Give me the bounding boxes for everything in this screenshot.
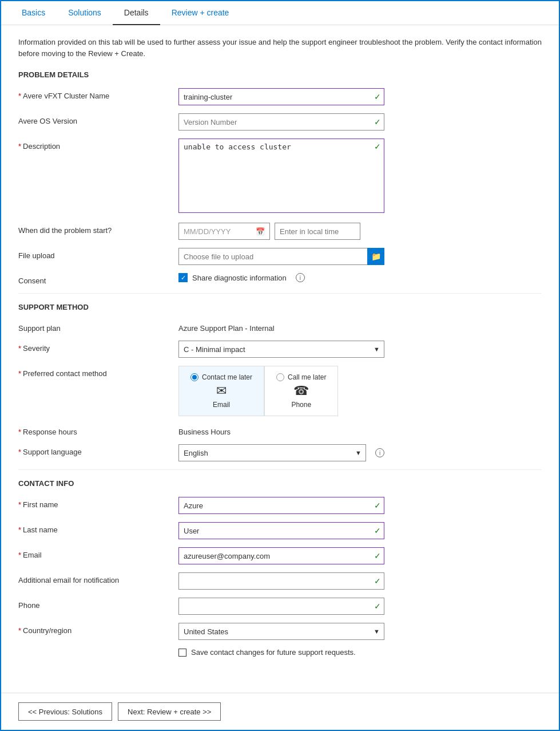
problem-start-label: When did the problem start? — [18, 223, 178, 235]
phone-control: ✓ — [178, 598, 384, 615]
description-label: *Description — [18, 139, 178, 151]
severity-row: *Severity C - Minimal impact B - Moderat… — [18, 341, 542, 358]
first-name-input-wrap: ✓ — [178, 497, 384, 514]
country-label: *Country/region — [18, 623, 178, 635]
email-input[interactable] — [178, 547, 384, 564]
email-radio-filled — [192, 375, 197, 380]
phone-row: Phone ✓ — [18, 598, 542, 615]
os-version-input-wrap: ✓ — [178, 113, 384, 131]
description-row: *Description unable to access cluster ✓ — [18, 139, 542, 215]
consent-text: Share diagnostic information — [192, 274, 287, 282]
phone-contact-label: Call me later — [288, 373, 326, 381]
consent-wrap: ✓ Share diagnostic information i — [178, 273, 384, 282]
lang-select-wrap: English French German Spanish Japanese ▼ — [178, 444, 366, 461]
save-contact-text: Save contact changes for future support … — [191, 648, 356, 657]
cluster-name-input[interactable] — [178, 88, 384, 105]
footer-buttons: << Previous: Solutions Next: Review + cr… — [1, 693, 559, 730]
contact-method-options: Contact me later ✉ Email Call me later ☎ — [178, 366, 384, 416]
os-version-input[interactable] — [178, 113, 384, 131]
calendar-icon: 📅 — [256, 227, 265, 236]
email-contact-label: Contact me later — [202, 373, 252, 381]
required-star-ln: * — [18, 525, 21, 534]
additional-email-row: Additional email for notification ✓ — [18, 572, 542, 590]
date-placeholder: MM/DD/YYYY — [184, 227, 231, 236]
phone-radio-row: Call me later — [276, 373, 326, 381]
next-button[interactable]: Next: Review + create >> — [118, 702, 221, 721]
first-name-control: ✓ — [178, 497, 384, 514]
lang-dropdown-with-info: English French German Spanish Japanese ▼… — [178, 444, 384, 461]
consent-control: ✓ Share diagnostic information i — [178, 273, 384, 282]
lang-info-icon[interactable]: i — [375, 448, 384, 457]
description-textarea[interactable]: unable to access cluster — [178, 139, 384, 213]
phone-check-icon: ✓ — [374, 602, 381, 611]
phone-radio-circle — [276, 373, 284, 381]
email-check-icon: ✓ — [374, 551, 381, 560]
tab-review-create[interactable]: Review + create — [160, 1, 241, 25]
required-star-fn: * — [18, 500, 21, 509]
contact-method-row: *Preferred contact method Contact me lat… — [18, 366, 542, 416]
support-language-control: English French German Spanish Japanese ▼… — [178, 444, 384, 461]
support-language-label: *Support language — [18, 444, 178, 456]
last-name-input[interactable] — [178, 522, 384, 539]
additional-email-control: ✓ — [178, 572, 384, 590]
phone-input-wrap: ✓ — [178, 598, 384, 615]
first-name-label: *First name — [18, 497, 178, 509]
os-version-control: ✓ — [178, 113, 384, 131]
save-contact-label-spacer — [18, 648, 178, 651]
problem-start-control: MM/DD/YYYY 📅 — [178, 223, 384, 240]
first-name-row: *First name ✓ — [18, 497, 542, 514]
main-content: Information provided on this tab will be… — [1, 25, 559, 693]
prev-button[interactable]: << Previous: Solutions — [18, 702, 112, 721]
email-label: *Email — [18, 547, 178, 559]
folder-icon: 📁 — [371, 252, 381, 261]
date-input[interactable]: MM/DD/YYYY 📅 — [178, 223, 270, 240]
problem-details-title: PROBLEM DETAILS — [18, 70, 542, 79]
required-star-response: * — [18, 428, 21, 436]
severity-control: C - Minimal impact B - Moderate impact A… — [178, 341, 384, 358]
email-radio-row: Contact me later — [190, 373, 252, 381]
os-version-label: Avere OS Version — [18, 113, 178, 125]
cluster-name-control: ✓ — [178, 88, 384, 105]
email-icon: ✉ — [216, 384, 227, 398]
required-star-lang: * — [18, 448, 21, 456]
last-name-control: ✓ — [178, 522, 384, 539]
additional-email-input[interactable] — [178, 572, 384, 590]
first-name-input[interactable] — [178, 497, 384, 514]
severity-select[interactable]: C - Minimal impact B - Moderate impact A… — [178, 341, 384, 358]
language-select[interactable]: English French German Spanish Japanese — [178, 444, 366, 461]
tab-basics[interactable]: Basics — [10, 1, 57, 25]
first-name-check-icon: ✓ — [374, 501, 381, 510]
file-upload-label: File upload — [18, 248, 178, 260]
file-upload-control: 📁 — [178, 248, 384, 265]
phone-icon: ☎ — [293, 384, 309, 398]
support-language-row: *Support language English French German … — [18, 444, 542, 461]
last-name-input-wrap: ✓ — [178, 522, 384, 539]
country-select[interactable]: United States Canada United Kingdom Germ… — [178, 623, 384, 640]
cluster-name-check-icon: ✓ — [374, 92, 381, 101]
response-hours-label: *Response hours — [18, 424, 178, 436]
tab-details[interactable]: Details — [113, 1, 160, 25]
contact-option-email[interactable]: Contact me later ✉ Email — [178, 366, 264, 416]
response-hours-row: *Response hours Business Hours — [18, 424, 542, 436]
tab-solutions[interactable]: Solutions — [57, 1, 113, 25]
contact-method-label: *Preferred contact method — [18, 366, 178, 378]
email-row: *Email ✓ — [18, 547, 542, 564]
consent-info-icon[interactable]: i — [296, 273, 305, 282]
info-text: Information provided on this tab will be… — [18, 37, 542, 59]
section-divider-1 — [18, 293, 542, 294]
save-contact-control: Save contact changes for future support … — [178, 648, 384, 657]
time-input[interactable] — [275, 223, 360, 240]
consent-checkbox[interactable]: ✓ — [178, 273, 188, 282]
contact-option-phone[interactable]: Call me later ☎ Phone — [264, 366, 338, 416]
additional-email-label: Additional email for notification — [18, 572, 178, 584]
required-star-email: * — [18, 551, 21, 559]
required-star-severity: * — [18, 344, 21, 353]
file-path-input[interactable] — [178, 248, 367, 265]
phone-input[interactable] — [178, 598, 384, 615]
save-contact-checkbox[interactable] — [178, 649, 186, 657]
file-browse-button[interactable]: 📁 — [367, 248, 384, 265]
last-name-check-icon: ✓ — [374, 526, 381, 535]
date-time-wrap: MM/DD/YYYY 📅 — [178, 223, 384, 240]
tab-bar: Basics Solutions Details Review + create — [1, 1, 559, 25]
phone-type-label: Phone — [291, 401, 311, 409]
